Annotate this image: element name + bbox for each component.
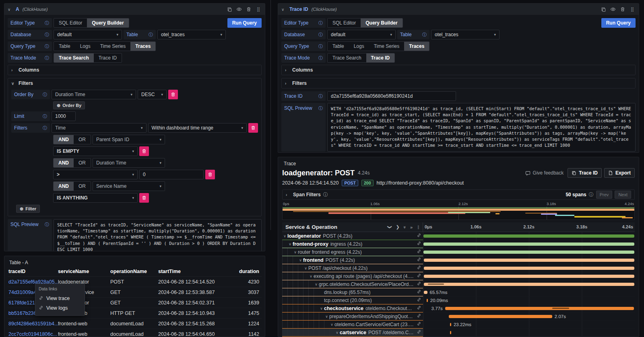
span-link-icon[interactable] — [415, 313, 421, 319]
info-icon[interactable]: ⓘ — [43, 113, 47, 119]
remove-filter-button[interactable] — [248, 123, 258, 133]
span-gantt-bar[interactable] — [445, 307, 634, 310]
limit-input[interactable]: 1000 — [52, 111, 76, 121]
info-icon[interactable]: ⓘ — [589, 191, 594, 198]
tab-sql-editor[interactable]: SQL Editor — [328, 18, 361, 27]
span-name-cell[interactable]: ∨POST /api/checkout (4.22s) — [282, 264, 423, 272]
collapse-chevron-icon[interactable]: ∨ — [8, 7, 12, 12]
tab-trace-search[interactable]: Trace Search — [328, 53, 366, 62]
remove-query-icon[interactable] — [619, 6, 626, 12]
trace-id-link[interactable]: 89cf4286e631591b4... — [8, 321, 58, 327]
filter-field-select[interactable]: Parent Span ID▾ — [93, 135, 165, 144]
span-link-icon[interactable] — [415, 289, 421, 295]
and-option[interactable]: AND — [54, 158, 74, 167]
span-name-cell[interactable]: tcp.connect (20.09ms) — [282, 296, 423, 304]
filter-operator-select[interactable]: IS ANYTHING▾ — [53, 193, 138, 203]
span-gantt-bar[interactable] — [424, 283, 634, 286]
span-gantt-bar[interactable] — [424, 259, 634, 262]
duplicate-query-icon[interactable] — [226, 6, 233, 12]
info-icon[interactable]: ⓘ — [45, 43, 49, 49]
columns-section-toggle[interactable]: ›Columns — [8, 65, 261, 75]
span-gantt-bar[interactable] — [423, 251, 634, 254]
tab-logs[interactable]: Logs — [75, 42, 95, 51]
col-header-operationname[interactable]: operationName — [110, 269, 158, 274]
span-link-icon[interactable] — [415, 297, 421, 303]
span-link-icon[interactable] — [415, 257, 421, 263]
info-icon[interactable]: ⓘ — [149, 32, 153, 38]
span-link-icon[interactable] — [415, 321, 421, 327]
add-filter-button[interactable]: ⊕Filter — [16, 205, 40, 213]
span-gantt-bar[interactable] — [424, 267, 634, 270]
filter-field-select[interactable]: Service Name▾ — [93, 181, 165, 191]
info-icon[interactable]: ⓘ — [318, 93, 323, 99]
tab-trace-id[interactable]: Trace ID — [366, 53, 395, 62]
filter-operator-select[interactable]: >▾ — [53, 170, 138, 179]
info-icon[interactable]: ⓘ — [422, 32, 427, 38]
info-icon[interactable]: ⓘ — [318, 32, 323, 38]
order-by-field-select[interactable]: Duration Time▾ — [52, 90, 136, 99]
table-select[interactable]: otel_traces▾ — [157, 30, 226, 39]
database-select[interactable]: default▾ — [54, 30, 122, 39]
span-expander-icon[interactable]: ∨ — [319, 306, 324, 310]
span-expander-icon[interactable]: ∨ — [298, 258, 303, 262]
info-icon[interactable]: ⓘ — [43, 92, 47, 98]
collapse-one-icon[interactable]: ❯ — [387, 225, 392, 229]
trace-id-link[interactable]: 2cc7ccfc01941806c... — [8, 331, 58, 337]
tab-time-series[interactable]: Time Series — [95, 42, 131, 51]
span-name-cell[interactable]: ∨frontendPOST (4.22s) — [282, 256, 423, 264]
expand-all-icon[interactable]: » — [410, 225, 413, 230]
and-option[interactable]: AND — [54, 135, 74, 144]
span-gantt-bar[interactable] — [450, 323, 451, 326]
info-icon[interactable]: ⓘ — [318, 43, 323, 49]
or-option[interactable]: OR — [74, 182, 91, 191]
info-icon[interactable]: ⓘ — [318, 55, 323, 61]
info-icon[interactable]: ⓘ — [318, 20, 323, 26]
remove-order-by-button[interactable] — [168, 90, 178, 99]
remove-filter-button[interactable] — [139, 193, 149, 203]
span-link-icon[interactable] — [415, 273, 421, 279]
copy-trace-id-button[interactable]: Trace ID — [568, 168, 602, 178]
hide-query-icon[interactable] — [236, 6, 242, 12]
run-query-button[interactable]: Run Query — [227, 18, 262, 28]
info-icon[interactable]: ⓘ — [45, 55, 49, 61]
span-expander-icon[interactable]: ∨ — [287, 242, 293, 246]
span-link-icon[interactable] — [415, 249, 421, 255]
span-expander-icon[interactable]: ∨ — [314, 282, 319, 286]
span-name-cell[interactable]: ∨executing api route (pages) /api/checko… — [282, 272, 423, 280]
expand-one-icon[interactable]: ❯ — [396, 224, 400, 230]
span-name-cell[interactable]: ∨prepareOrderItemsAndShippingQuoteFromCa… — [282, 312, 423, 321]
run-query-button[interactable]: Run Query — [601, 18, 636, 28]
filter-value-select[interactable]: Within dashboard time range▾ — [148, 123, 247, 133]
data-link-view-logs[interactable]: View logs — [39, 303, 81, 313]
span-link-icon[interactable] — [415, 241, 421, 247]
table-select[interactable]: otel_traces▾ — [431, 30, 500, 39]
drag-handle-icon[interactable]: ⣿ — [255, 6, 262, 12]
tab-traces[interactable]: Traces — [130, 42, 155, 51]
and-option[interactable]: AND — [54, 182, 74, 191]
col-header-starttime[interactable]: startTime — [158, 269, 227, 274]
remove-query-icon[interactable] — [246, 6, 252, 12]
filter-value-input[interactable]: 0 — [139, 170, 204, 179]
filters-section-toggle[interactable]: ∨Filters — [8, 78, 261, 88]
next-span-button[interactable]: Next — [615, 191, 631, 199]
span-name-cell[interactable]: ∨loadgeneratorPOST (4.23s) — [282, 232, 423, 240]
info-icon[interactable]: ⓘ — [45, 32, 49, 38]
pane-splitter[interactable] — [270, 0, 271, 230]
duplicate-query-icon[interactable] — [600, 6, 607, 12]
tab-query-builder[interactable]: Query Builder — [361, 18, 402, 27]
span-expander-icon[interactable]: ∨ — [324, 314, 329, 319]
hide-query-icon[interactable] — [610, 6, 616, 12]
data-link-view-trace[interactable]: View trace — [39, 294, 81, 303]
span-name-cell[interactable]: ∨cartservicePOST /oteldemo.CartService/G… — [282, 329, 423, 337]
span-link-icon[interactable] — [415, 305, 421, 311]
tab-trace-search[interactable]: Trace Search — [54, 53, 94, 62]
span-name-cell[interactable]: ∨frontend-proxyingress (4.22s) — [282, 240, 423, 248]
span-expander-icon[interactable]: ∨ — [308, 274, 314, 278]
tab-traces[interactable]: Traces — [404, 42, 429, 51]
trace-id-input[interactable]: d2a7155ef6a928a05680e5ff6190241d — [327, 91, 456, 101]
collapse-chevron-icon[interactable]: ∨ — [281, 7, 286, 12]
tab-sql-editor[interactable]: SQL Editor — [54, 18, 87, 27]
tab-query-builder[interactable]: Query Builder — [87, 18, 128, 27]
prev-span-button[interactable]: Prev — [596, 191, 613, 199]
collapse-all-icon[interactable]: » — [402, 226, 407, 228]
